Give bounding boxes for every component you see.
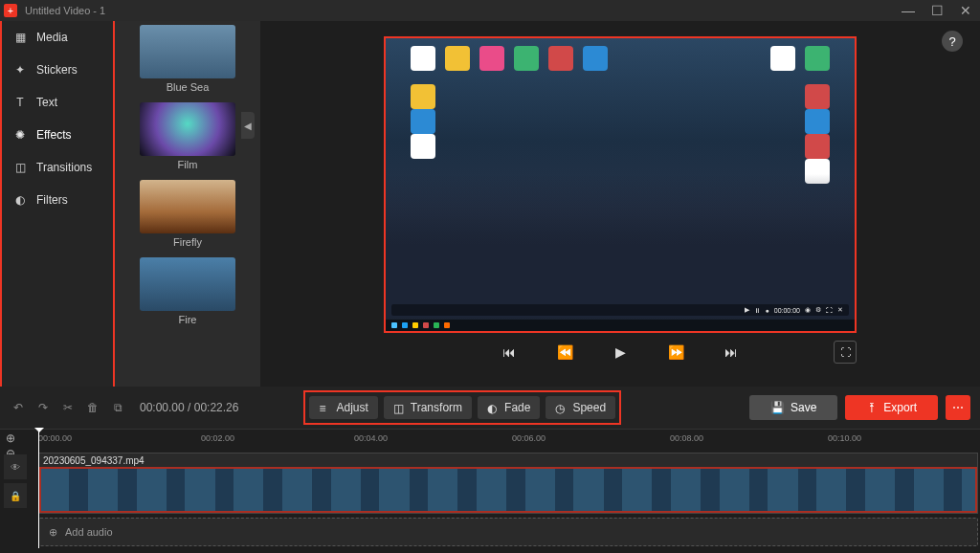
adjust-label: Adjust — [336, 401, 368, 414]
sidebar-item-media[interactable]: ▦Media — [2, 21, 113, 54]
save-label: Save — [791, 401, 816, 414]
skip-end-button[interactable]: ⏭ — [722, 343, 741, 362]
delete-button[interactable]: 🗑 — [84, 399, 101, 416]
asset-firefly[interactable]: Firefly — [140, 180, 235, 254]
audio-track[interactable]: ⊕ Add audio — [38, 518, 978, 546]
text-icon: T — [13, 96, 27, 109]
inner-playbar: ▶⏸●00:00:00◉⚙⛶✕ — [391, 304, 849, 316]
sidebar-item-label: Media — [36, 31, 68, 44]
redo-button[interactable]: ↷ — [34, 399, 52, 416]
sticker-icon: ✦ — [13, 63, 27, 77]
inner-taskbar — [386, 320, 855, 331]
ruler-tick: 00:08.00 — [670, 433, 703, 443]
fullscreen-button[interactable]: ⛶ — [834, 341, 857, 364]
video-preview[interactable]: ▶⏸●00:00:00◉⚙⛶✕ — [384, 36, 857, 333]
preview-pane: ? ▶⏸●00:00:00◉⚙⛶✕ ⏮ ⏪ ▶ ⏩ ⏭ ⛶ — [260, 21, 980, 387]
asset-thumb-label: Firefly — [140, 233, 235, 254]
titlebar: + Untitled Video - 1 — ☐ ✕ — [0, 0, 980, 21]
sidebar-item-label: Text — [36, 96, 57, 109]
skip-start-button[interactable]: ⏮ — [500, 343, 519, 362]
save-button[interactable]: 💾Save — [749, 395, 837, 420]
sidebar-item-label: Transitions — [36, 161, 92, 174]
help-icon: ? — [948, 34, 955, 49]
fade-label: Fade — [504, 401, 530, 414]
asset-thumb-label: Fire — [140, 311, 235, 331]
asset-film[interactable]: Film — [140, 102, 235, 176]
window-title: Untitled Video - 1 — [25, 5, 105, 16]
fade-icon: ◐ — [487, 402, 499, 413]
sidebar-item-filters[interactable]: ◐Filters — [2, 184, 113, 216]
minimize-button[interactable]: — — [894, 0, 923, 21]
lane-visibility-toggle[interactable]: 👁 — [4, 454, 27, 479]
app-logo: + — [4, 4, 17, 17]
sidebar-item-transitions[interactable]: ◫Transitions — [2, 151, 113, 184]
asset-thumb-image — [140, 25, 235, 78]
timeline-toolbar: ↶ ↷ ✂ 🗑 ⧉ 00:00.00 / 00:22.26 ≡Adjust ◫T… — [0, 387, 980, 429]
play-button[interactable]: ▶ — [611, 343, 630, 362]
asset-panel: ◀ Blue Sea Film Firefly Fire — [115, 21, 260, 387]
transform-button[interactable]: ◫Transform — [384, 396, 472, 419]
asset-thumb-image — [140, 257, 235, 311]
sidebar-item-label: Filters — [36, 193, 68, 207]
asset-fire[interactable]: Fire — [140, 257, 235, 331]
time-ruler[interactable]: 00:00.00 00:02.00 00:04.00 00:06.00 00:0… — [0, 430, 980, 449]
fade-button[interactable]: ◐Fade — [478, 396, 540, 419]
sidebar-item-text[interactable]: TText — [2, 86, 113, 119]
transform-icon: ◫ — [393, 402, 405, 413]
sidebar-item-effects[interactable]: ✺Effects — [2, 119, 113, 151]
export-button[interactable]: ⭱Export — [845, 395, 938, 420]
add-icon: ⊕ — [49, 526, 57, 539]
speed-label: Speed — [572, 401, 606, 414]
undo-button[interactable]: ↶ — [10, 399, 27, 416]
sidebar-item-stickers[interactable]: ✦Stickers — [2, 54, 113, 86]
clip-adjust-group: ≡Adjust ◫Transform ◐Fade ◷Speed — [303, 390, 621, 425]
sliders-icon: ≡ — [319, 402, 330, 413]
video-track[interactable]: 20230605_094337.mp4 — [38, 453, 978, 514]
ruler-tick: 00:04.00 — [354, 433, 388, 443]
sidebar-item-label: Effects — [36, 128, 71, 142]
lane-lock-toggle[interactable]: 🔒 — [4, 483, 27, 508]
clip-frames[interactable] — [39, 467, 977, 513]
cut-button[interactable]: ✂ — [59, 399, 77, 416]
close-button[interactable]: ✕ — [951, 0, 980, 21]
speed-icon: ◷ — [555, 402, 567, 413]
clip-filename: 20230605_094337.mp4 — [43, 455, 145, 466]
ruler-tick: 00:06.00 — [512, 433, 546, 443]
save-icon: 💾 — [770, 401, 785, 414]
playhead[interactable] — [38, 430, 39, 548]
asset-thumb-label: Blue Sea — [140, 78, 235, 99]
filters-icon: ◐ — [13, 193, 27, 207]
timeline: ⊕ ⊖ 00:00.00 00:02.00 00:04.00 00:06.00 … — [0, 429, 980, 553]
ruler-tick: 00:10.00 — [828, 433, 861, 443]
audio-track-label: Add audio — [65, 526, 113, 538]
asset-bluesea[interactable]: Blue Sea — [140, 25, 235, 99]
speed-button[interactable]: ◷Speed — [546, 396, 615, 419]
sidebar: ▦Media ✦Stickers TText ✺Effects ◫Transit… — [0, 21, 115, 387]
export-icon: ⭱ — [866, 401, 878, 414]
ruler-tick: 00:02.00 — [201, 433, 234, 443]
help-button[interactable]: ? — [942, 31, 963, 52]
playback-controls: ⏮ ⏪ ▶ ⏩ ⏭ ⛶ — [384, 343, 857, 362]
asset-thumb-image — [140, 180, 235, 233]
sidebar-item-label: Stickers — [36, 63, 78, 77]
media-icon: ▦ — [13, 31, 27, 44]
asset-thumb-label: Film — [140, 156, 235, 176]
export-more-button[interactable]: ⋯ — [946, 395, 970, 420]
collapse-handle[interactable]: ◀ — [241, 112, 255, 139]
transitions-icon: ◫ — [13, 161, 27, 174]
adjust-button[interactable]: ≡Adjust — [309, 396, 377, 419]
effects-icon: ✺ — [13, 128, 27, 142]
forward-button[interactable]: ⏩ — [666, 343, 685, 362]
copy-button[interactable]: ⧉ — [109, 399, 126, 416]
asset-thumb-image — [140, 102, 235, 156]
transform-label: Transform — [411, 401, 462, 414]
rewind-button[interactable]: ⏪ — [555, 343, 574, 362]
export-label: Export — [883, 401, 917, 414]
time-display: 00:00.00 / 00:22.26 — [140, 401, 238, 414]
maximize-button[interactable]: ☐ — [923, 0, 951, 21]
